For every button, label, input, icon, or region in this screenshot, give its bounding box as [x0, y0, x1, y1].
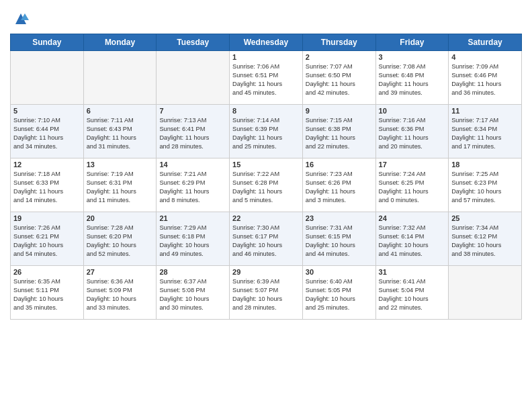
- weekday-header: Thursday: [302, 34, 375, 51]
- day-info: Sunrise: 7:06 AM Sunset: 6:51 PM Dayligh…: [232, 62, 300, 97]
- day-info: Sunrise: 7:23 AM Sunset: 6:26 PM Dayligh…: [306, 170, 373, 205]
- day-info: Sunrise: 6:35 AM Sunset: 5:11 PM Dayligh…: [13, 277, 81, 312]
- day-number: 15: [232, 161, 300, 169]
- day-info: Sunrise: 7:28 AM Sunset: 6:20 PM Dayligh…: [87, 224, 154, 259]
- weekday-header: Monday: [83, 34, 157, 51]
- day-number: 2: [306, 53, 373, 61]
- day-info: Sunrise: 7:16 AM Sunset: 6:36 PM Dayligh…: [379, 116, 446, 151]
- calendar-day-cell: 1Sunrise: 7:06 AM Sunset: 6:51 PM Daylig…: [230, 51, 303, 105]
- day-number: 16: [306, 161, 373, 169]
- calendar-day-cell: 15Sunrise: 7:22 AM Sunset: 6:28 PM Dayli…: [230, 158, 303, 212]
- calendar-day-cell: 2Sunrise: 7:07 AM Sunset: 6:50 PM Daylig…: [302, 51, 375, 105]
- calendar-day-cell: 7Sunrise: 7:13 AM Sunset: 6:41 PM Daylig…: [157, 105, 230, 158]
- day-number: 10: [379, 107, 446, 115]
- calendar-table: SundayMondayTuesdayWednesdayThursdayFrid…: [10, 34, 522, 320]
- day-info: Sunrise: 7:18 AM Sunset: 6:33 PM Dayligh…: [13, 170, 81, 205]
- calendar-day-cell: 30Sunrise: 6:40 AM Sunset: 5:05 PM Dayli…: [302, 266, 375, 320]
- calendar-week-row: 5Sunrise: 7:10 AM Sunset: 6:44 PM Daylig…: [11, 105, 522, 158]
- calendar-day-cell: 11Sunrise: 7:17 AM Sunset: 6:34 PM Dayli…: [449, 105, 522, 158]
- day-number: 17: [379, 161, 446, 169]
- day-number: 24: [379, 214, 446, 222]
- day-info: Sunrise: 7:29 AM Sunset: 6:18 PM Dayligh…: [159, 224, 226, 259]
- day-number: 7: [159, 107, 226, 115]
- day-info: Sunrise: 6:36 AM Sunset: 5:09 PM Dayligh…: [87, 277, 154, 312]
- calendar-day-cell: [157, 51, 230, 105]
- calendar-day-cell: 14Sunrise: 7:21 AM Sunset: 6:29 PM Dayli…: [157, 158, 230, 212]
- calendar-day-cell: [83, 51, 157, 105]
- calendar-day-cell: [449, 266, 522, 320]
- day-number: 12: [13, 161, 81, 169]
- day-number: 5: [13, 107, 81, 115]
- calendar-week-row: 1Sunrise: 7:06 AM Sunset: 6:51 PM Daylig…: [11, 51, 522, 105]
- day-number: 29: [232, 268, 300, 276]
- weekday-header: Sunday: [11, 34, 84, 51]
- day-info: Sunrise: 7:32 AM Sunset: 6:14 PM Dayligh…: [379, 224, 446, 259]
- calendar-day-cell: 19Sunrise: 7:26 AM Sunset: 6:21 PM Dayli…: [11, 212, 84, 266]
- day-info: Sunrise: 7:30 AM Sunset: 6:17 PM Dayligh…: [232, 224, 300, 259]
- day-number: 11: [451, 107, 519, 115]
- calendar-day-cell: 16Sunrise: 7:23 AM Sunset: 6:26 PM Dayli…: [302, 158, 375, 212]
- logo-icon: [11, 9, 30, 28]
- calendar-day-cell: 22Sunrise: 7:30 AM Sunset: 6:17 PM Dayli…: [230, 212, 303, 266]
- day-info: Sunrise: 7:07 AM Sunset: 6:50 PM Dayligh…: [306, 62, 373, 97]
- day-info: Sunrise: 6:40 AM Sunset: 5:05 PM Dayligh…: [306, 277, 373, 312]
- day-number: 20: [87, 214, 154, 222]
- day-info: Sunrise: 7:26 AM Sunset: 6:21 PM Dayligh…: [13, 224, 81, 259]
- day-info: Sunrise: 7:34 AM Sunset: 6:12 PM Dayligh…: [451, 224, 519, 259]
- day-info: Sunrise: 7:15 AM Sunset: 6:38 PM Dayligh…: [306, 116, 373, 151]
- calendar-day-cell: 4Sunrise: 7:09 AM Sunset: 6:46 PM Daylig…: [449, 51, 522, 105]
- calendar-day-cell: 3Sunrise: 7:08 AM Sunset: 6:48 PM Daylig…: [375, 51, 449, 105]
- day-number: 9: [306, 107, 373, 115]
- calendar-day-cell: 28Sunrise: 6:37 AM Sunset: 5:08 PM Dayli…: [157, 266, 230, 320]
- day-number: 4: [451, 53, 519, 61]
- header: [10, 7, 522, 28]
- day-number: 14: [159, 161, 226, 169]
- day-info: Sunrise: 7:11 AM Sunset: 6:43 PM Dayligh…: [87, 116, 154, 151]
- weekday-header: Wednesday: [230, 34, 303, 51]
- day-info: Sunrise: 7:08 AM Sunset: 6:48 PM Dayligh…: [379, 62, 446, 97]
- calendar-day-cell: 29Sunrise: 6:39 AM Sunset: 5:07 PM Dayli…: [230, 266, 303, 320]
- day-number: 13: [87, 161, 154, 169]
- day-number: 1: [232, 53, 300, 61]
- calendar-day-cell: 13Sunrise: 7:19 AM Sunset: 6:31 PM Dayli…: [83, 158, 157, 212]
- calendar-week-row: 26Sunrise: 6:35 AM Sunset: 5:11 PM Dayli…: [11, 266, 522, 320]
- calendar-day-cell: 9Sunrise: 7:15 AM Sunset: 6:38 PM Daylig…: [302, 105, 375, 158]
- day-info: Sunrise: 7:10 AM Sunset: 6:44 PM Dayligh…: [13, 116, 81, 151]
- day-info: Sunrise: 7:09 AM Sunset: 6:46 PM Dayligh…: [451, 62, 519, 97]
- day-number: 22: [232, 214, 300, 222]
- day-info: Sunrise: 6:37 AM Sunset: 5:08 PM Dayligh…: [159, 277, 226, 312]
- day-info: Sunrise: 7:24 AM Sunset: 6:25 PM Dayligh…: [379, 170, 446, 205]
- weekday-header: Tuesday: [157, 34, 230, 51]
- day-info: Sunrise: 7:21 AM Sunset: 6:29 PM Dayligh…: [159, 170, 226, 205]
- day-number: 21: [159, 214, 226, 222]
- day-number: 6: [87, 107, 154, 115]
- day-number: 28: [159, 268, 226, 276]
- calendar-day-cell: 17Sunrise: 7:24 AM Sunset: 6:25 PM Dayli…: [375, 158, 449, 212]
- day-number: 26: [13, 268, 81, 276]
- day-number: 23: [306, 214, 373, 222]
- calendar-day-cell: 27Sunrise: 6:36 AM Sunset: 5:09 PM Dayli…: [83, 266, 157, 320]
- day-number: 30: [306, 268, 373, 276]
- day-info: Sunrise: 7:25 AM Sunset: 6:23 PM Dayligh…: [451, 170, 519, 205]
- calendar-day-cell: [11, 51, 84, 105]
- page: SundayMondayTuesdayWednesdayThursdayFrid…: [0, 0, 532, 411]
- calendar-day-cell: 31Sunrise: 6:41 AM Sunset: 5:04 PM Dayli…: [375, 266, 449, 320]
- calendar-day-cell: 18Sunrise: 7:25 AM Sunset: 6:23 PM Dayli…: [449, 158, 522, 212]
- day-number: 31: [379, 268, 446, 276]
- day-info: Sunrise: 7:14 AM Sunset: 6:39 PM Dayligh…: [232, 116, 300, 151]
- calendar-header-row: SundayMondayTuesdayWednesdayThursdayFrid…: [11, 34, 522, 51]
- calendar-day-cell: 21Sunrise: 7:29 AM Sunset: 6:18 PM Dayli…: [157, 212, 230, 266]
- day-number: 18: [451, 161, 519, 169]
- weekday-header: Saturday: [449, 34, 522, 51]
- calendar-day-cell: 23Sunrise: 7:31 AM Sunset: 6:15 PM Dayli…: [302, 212, 375, 266]
- day-info: Sunrise: 7:19 AM Sunset: 6:31 PM Dayligh…: [87, 170, 154, 205]
- calendar-day-cell: 20Sunrise: 7:28 AM Sunset: 6:20 PM Dayli…: [83, 212, 157, 266]
- day-number: 27: [87, 268, 154, 276]
- day-info: Sunrise: 7:17 AM Sunset: 6:34 PM Dayligh…: [451, 116, 519, 151]
- calendar-day-cell: 10Sunrise: 7:16 AM Sunset: 6:36 PM Dayli…: [375, 105, 449, 158]
- day-number: 25: [451, 214, 519, 222]
- calendar-day-cell: 5Sunrise: 7:10 AM Sunset: 6:44 PM Daylig…: [11, 105, 84, 158]
- day-info: Sunrise: 7:31 AM Sunset: 6:15 PM Dayligh…: [306, 224, 373, 259]
- calendar-week-row: 12Sunrise: 7:18 AM Sunset: 6:33 PM Dayli…: [11, 158, 522, 212]
- day-number: 3: [379, 53, 446, 61]
